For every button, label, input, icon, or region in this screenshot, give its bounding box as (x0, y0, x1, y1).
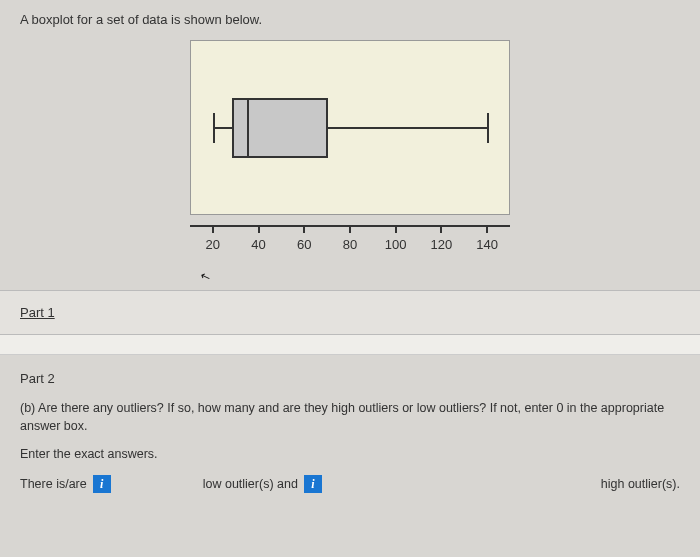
part1-link[interactable]: Part 1 (20, 305, 55, 320)
part2-question: (b) Are there any outliers? If so, how m… (20, 400, 680, 435)
cursor-icon: ↖ (198, 269, 212, 286)
answer-row: There is/are i low outlier(s) and i high… (20, 475, 680, 493)
info-icon[interactable]: i (93, 475, 111, 493)
part2-instruction: Enter the exact answers. (20, 447, 680, 461)
part1-header[interactable]: Part 1 (0, 290, 700, 335)
intro-text: A boxplot for a set of data is shown bel… (20, 12, 262, 27)
answer-trail: high outlier(s). (601, 477, 680, 491)
answer-mid: low outlier(s) and (203, 477, 298, 491)
x-axis: 20406080100120140 (190, 225, 510, 260)
axis-tick-label: 20 (206, 237, 220, 252)
axis-tick-label: 80 (343, 237, 357, 252)
part2-title: Part 2 (20, 371, 680, 386)
axis-tick (486, 225, 488, 233)
axis-tick (440, 225, 442, 233)
part1-body-collapsed (0, 335, 700, 355)
axis-tick-label: 40 (251, 237, 265, 252)
axis-tick-label: 120 (431, 237, 453, 252)
axis-tick-label: 60 (297, 237, 311, 252)
answer-lead: There is/are (20, 477, 87, 491)
axis-tick (303, 225, 305, 233)
question-intro: A boxplot for a set of data is shown bel… (0, 0, 700, 35)
axis-tick-label: 100 (385, 237, 407, 252)
part2-section: Part 2 (b) Are there any outliers? If so… (0, 355, 700, 503)
axis-tick-label: 140 (476, 237, 498, 252)
axis-tick (349, 225, 351, 233)
axis-tick (212, 225, 214, 233)
boxplot-chart: 20406080100120140 (0, 35, 700, 270)
info-icon[interactable]: i (304, 475, 322, 493)
axis-tick (395, 225, 397, 233)
plot-background (190, 40, 510, 215)
axis-tick (258, 225, 260, 233)
